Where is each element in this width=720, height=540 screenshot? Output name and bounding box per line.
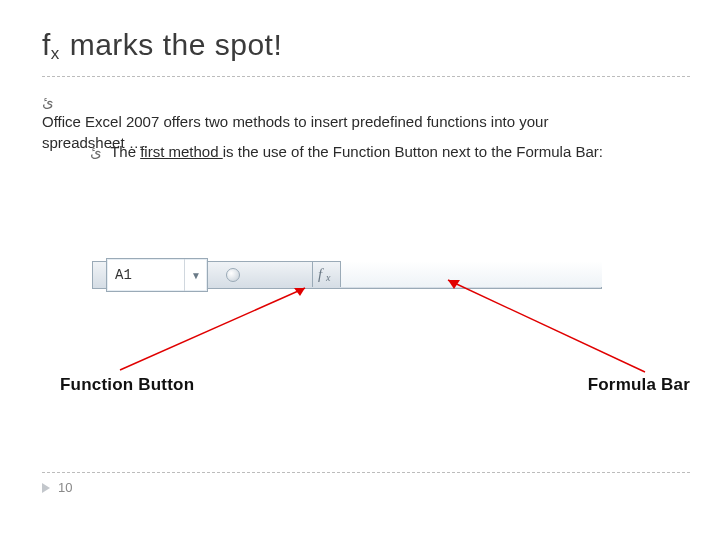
svg-line-4 (448, 280, 645, 372)
slide-title: fx marks the spot! (42, 28, 282, 62)
bullet-level-2: ئ The first method is the use of the Fun… (90, 142, 640, 162)
title-x-subscript: x (51, 44, 60, 63)
svg-text:x: x (325, 272, 331, 283)
bullet-level-2-text: The first method is the use of the Funct… (110, 142, 603, 162)
label-function-button: Function Button (60, 375, 194, 395)
footer: 10 (42, 480, 72, 495)
title-divider (42, 76, 690, 77)
arrow-function-button (110, 280, 320, 380)
footer-divider (42, 472, 690, 473)
bullet-level-2-underlined: first method (140, 143, 223, 160)
page-number: 10 (58, 480, 72, 495)
svg-line-2 (120, 288, 305, 370)
arrow-formula-bar (430, 272, 660, 382)
bullet-level-2-pre: The (110, 143, 140, 160)
label-formula-bar: Formula Bar (588, 375, 690, 395)
title-text: marks the spot! (61, 28, 282, 61)
bullet-glyph-icon: ئ (90, 142, 106, 162)
slide: fx marks the spot! ئ Office Excel 2007 o… (0, 0, 720, 540)
footer-marker-icon (42, 483, 50, 493)
bullet-glyph-icon: ئ (42, 92, 58, 112)
title-f: f (42, 28, 51, 61)
bullet-level-2-post: is the use of the Function Button next t… (223, 143, 603, 160)
